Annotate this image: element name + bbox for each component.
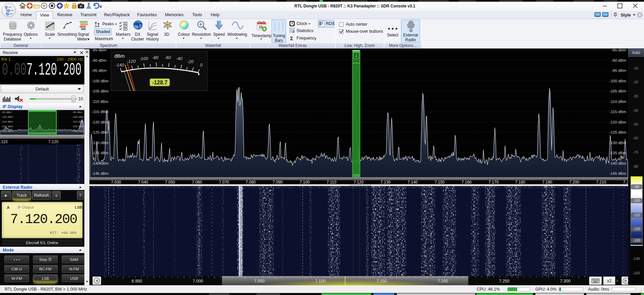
svg-text:-90 dBm: -90 dBm: [1, 111, 12, 114]
svg-text:-90 dBm: -90 dBm: [72, 111, 83, 114]
svg-text:-120 dBm: -120 dBm: [1, 125, 13, 128]
svg-text:-60: -60: [165, 55, 171, 60]
svg-text:-130 dBm: -130 dBm: [72, 130, 84, 133]
svg-text:-140: -140: [115, 62, 124, 68]
svg-text:-130 dBm: -130 dBm: [1, 130, 13, 133]
svg-text:-110 dBm: -110 dBm: [1, 120, 13, 123]
svg-text:dBm: dBm: [114, 53, 125, 59]
svg-text:-110 dBm: -110 dBm: [72, 120, 84, 123]
svg-text:-120: -120: [127, 59, 136, 64]
svg-text:-40: -40: [176, 56, 183, 61]
svg-text:-100: -100: [139, 56, 148, 61]
svg-text:-20: -20: [187, 59, 194, 64]
svg-text:-128.7: -128.7: [152, 80, 167, 85]
svg-text:-120 dBm: -120 dBm: [72, 125, 84, 128]
svg-text:-100 dBm: -100 dBm: [72, 115, 84, 118]
svg-text:-100 dBm: -100 dBm: [1, 115, 13, 118]
svg-text:9: 9: [292, 30, 295, 33]
svg-text:0: 0: [200, 62, 203, 68]
svg-text:Style: Style: [621, 13, 631, 18]
svg-text:-80: -80: [152, 55, 159, 60]
